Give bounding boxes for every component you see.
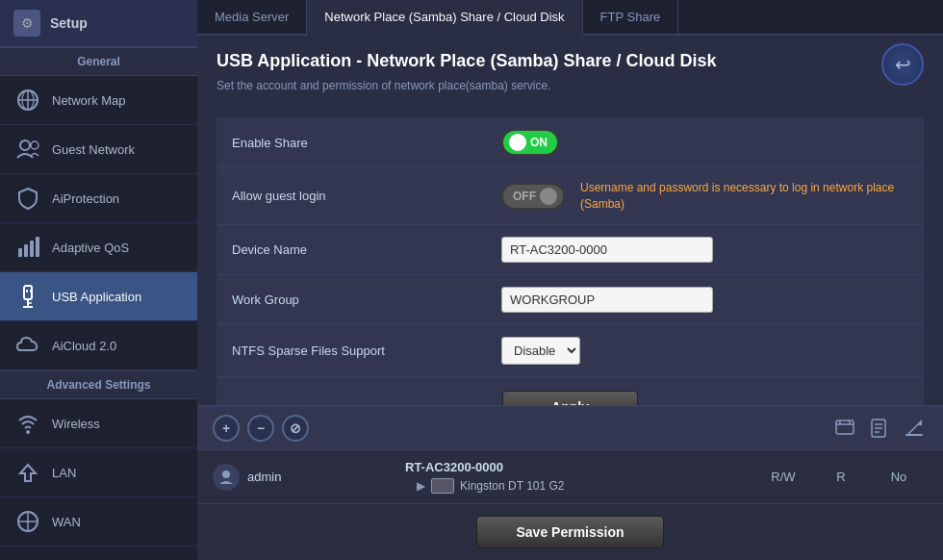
back-button[interactable]: ↩	[881, 43, 924, 86]
table-row: admin RT-AC3200-0000 ▶ Kingston DT 101 G…	[197, 450, 943, 504]
perm-icon-2[interactable]	[866, 417, 893, 440]
apply-row: Apply	[217, 377, 924, 405]
allow-guest-row: Allow guest login OFF Username and passw…	[217, 168, 924, 225]
lan-label: LAN	[52, 466, 76, 480]
sidebar-item-usb-application[interactable]: USB Application	[0, 272, 197, 321]
toggle-off-knob	[540, 188, 557, 205]
sidebar-item-guest-network[interactable]: Guest Network	[0, 125, 197, 174]
wan-icon	[13, 507, 42, 536]
workgroup-row: Work Group	[217, 275, 924, 325]
tab-media-server[interactable]: Media Server	[197, 0, 307, 34]
perm-device-info: RT-AC3200-0000 ▶ Kingston DT 101 G2	[405, 460, 754, 494]
enable-share-control: ON	[501, 129, 908, 156]
device-name-input[interactable]	[501, 237, 713, 263]
perm-no-col: No	[870, 470, 928, 484]
main-content: Media Server Network Place (Samba) Share…	[197, 0, 943, 560]
advanced-section-label: Advanced Settings	[0, 370, 197, 399]
form-section: Enable Share ON Allow guest login	[217, 117, 924, 405]
perm-device-name: RT-AC3200-0000	[405, 460, 754, 474]
sidebar-item-aicloud[interactable]: AiCloud 2.0	[0, 321, 197, 370]
wireless-label: Wireless	[52, 417, 100, 431]
allow-guest-toggle[interactable]: OFF	[501, 183, 565, 210]
save-permission-button[interactable]: Save Permission	[476, 516, 663, 548]
general-section-label: General	[0, 47, 197, 76]
adaptive-qos-label: Adaptive QoS	[52, 241, 129, 255]
edit-permission-button[interactable]: ⊘	[282, 415, 309, 442]
tab-ftp-share[interactable]: FTP Share	[583, 0, 679, 34]
device-name-control	[501, 237, 908, 263]
svg-rect-10	[24, 286, 32, 299]
device-name-row: Device Name	[217, 225, 924, 275]
user-name: admin	[247, 470, 281, 484]
guest-network-icon	[13, 135, 42, 164]
tab-samba-share[interactable]: Network Place (Samba) Share / Cloud Disk	[307, 0, 582, 36]
permissions-section: + − ⊘	[197, 405, 943, 560]
aiprotection-label: AiProtection	[52, 191, 119, 206]
workgroup-label: Work Group	[232, 293, 501, 307]
svg-rect-7	[24, 244, 28, 257]
perm-icon-3[interactable]	[901, 417, 928, 440]
perm-user: admin	[213, 464, 405, 491]
ntfs-control: Disable Enable	[501, 337, 908, 365]
allow-guest-control: OFF Username and password is necessary t…	[501, 180, 908, 213]
network-map-label: Network Map	[52, 93, 126, 108]
title-row: USB Application - Network Place (Samba) …	[217, 51, 924, 110]
usb-application-label: USB Application	[52, 290, 141, 304]
sidebar-item-adaptive-qos[interactable]: Adaptive QoS	[0, 223, 197, 272]
svg-point-16	[26, 430, 30, 434]
adaptive-qos-icon	[13, 233, 42, 262]
sidebar-setup-header[interactable]: ⚙ Setup	[0, 0, 197, 47]
page-subtitle: Set the account and permission of networ…	[217, 79, 716, 92]
aicloud-label: AiCloud 2.0	[52, 339, 116, 353]
add-permission-button[interactable]: +	[213, 415, 240, 442]
user-icon	[213, 464, 240, 491]
usb-application-icon	[13, 282, 42, 311]
workgroup-input[interactable]	[501, 287, 713, 313]
sidebar-item-wan[interactable]: WAN	[0, 497, 197, 547]
toggle-on-knob	[509, 134, 526, 151]
expand-icon: ▶	[417, 479, 425, 493]
sidebar-item-lan[interactable]: LAN	[0, 448, 197, 497]
apply-button[interactable]: Apply	[502, 391, 638, 405]
svg-point-5	[31, 141, 38, 149]
content-area: USB Application - Network Place (Samba) …	[197, 36, 943, 405]
svg-point-29	[222, 471, 230, 478]
workgroup-control	[501, 287, 908, 313]
setup-label: Setup	[50, 15, 88, 31]
permissions-table: admin RT-AC3200-0000 ▶ Kingston DT 101 G…	[197, 450, 943, 504]
drive-icon	[431, 478, 454, 494]
network-map-icon	[13, 86, 42, 115]
sidebar-item-aiprotection[interactable]: AiProtection	[0, 174, 197, 223]
svg-rect-28	[905, 434, 923, 436]
guest-network-label: Guest Network	[52, 142, 135, 157]
allow-guest-label: Allow guest login	[232, 189, 501, 203]
enable-share-label: Enable Share	[232, 136, 501, 150]
sidebar-item-network-map[interactable]: Network Map	[0, 76, 197, 125]
aicloud-icon	[13, 331, 42, 360]
permissions-toolbar: + − ⊘	[197, 407, 943, 450]
svg-rect-8	[30, 241, 34, 257]
ntfs-select[interactable]: Disable Enable	[501, 337, 580, 365]
perm-tools-left: + − ⊘	[213, 415, 309, 442]
perm-icon-1[interactable]	[831, 417, 858, 440]
perm-rw-col: R/W	[754, 470, 812, 484]
enable-share-row: Enable Share ON	[217, 117, 924, 168]
svg-rect-9	[36, 237, 39, 257]
svg-rect-14	[26, 290, 28, 293]
svg-rect-15	[30, 290, 32, 293]
perm-drive: ▶ Kingston DT 101 G2	[405, 478, 754, 494]
setup-icon: ⚙	[13, 10, 40, 37]
svg-rect-6	[18, 248, 22, 257]
svg-rect-20	[836, 420, 854, 434]
perm-r-col: R	[812, 470, 870, 484]
sidebar-item-wireless[interactable]: Wireless	[0, 399, 197, 448]
allow-guest-hint: Username and password is necessary to lo…	[580, 180, 907, 213]
lan-icon	[13, 458, 42, 487]
enable-share-toggle[interactable]: ON	[501, 129, 559, 156]
remove-permission-button[interactable]: −	[247, 415, 274, 442]
tab-bar: Media Server Network Place (Samba) Share…	[197, 0, 943, 36]
device-name-label: Device Name	[232, 242, 501, 257]
svg-point-4	[20, 140, 30, 150]
wan-label: WAN	[52, 515, 81, 529]
ntfs-row: NTFS Sparse Files Support Disable Enable	[217, 325, 924, 377]
